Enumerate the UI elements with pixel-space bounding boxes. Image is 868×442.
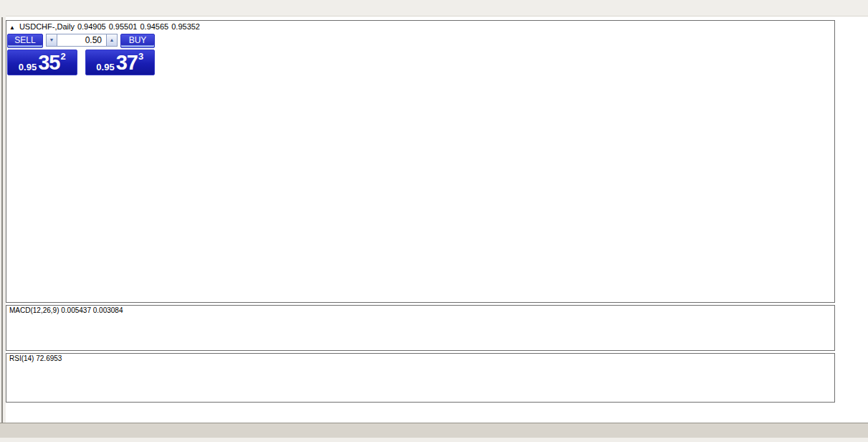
one-click-trading-panel: SELL ▼ 0.50 ▲ BUY 0.95 35 2 0.95 37 3 <box>7 34 155 75</box>
macd-chart <box>6 306 834 350</box>
buy-button[interactable]: BUY <box>120 34 155 48</box>
collapse-arrow-icon[interactable]: ▲ <box>9 24 15 31</box>
bid-price-button[interactable]: 0.95 35 2 <box>7 50 77 75</box>
volume-decrease-button[interactable]: ▼ <box>46 34 57 47</box>
ohlc-open: 0.94905 <box>77 22 106 31</box>
ask-price-prefix: 0.95 <box>96 62 114 72</box>
ask-price-pipette: 3 <box>138 51 143 62</box>
bid-price-prefix: 0.95 <box>19 62 37 72</box>
volume-input[interactable]: 0.50 <box>57 34 106 47</box>
chart-title: ▲USDCHF-,Daily0.949050.955010.945650.953… <box>9 22 203 31</box>
ohlc-high: 0.95501 <box>109 22 138 31</box>
timeframe-toolbar <box>0 0 868 17</box>
macd-label: MACD(12,26,9) 0.005437 0.003084 <box>9 306 123 314</box>
ask-price-big: 37 <box>116 53 138 72</box>
window-frame-line <box>1 17 3 423</box>
sell-button[interactable]: SELL <box>7 34 43 48</box>
bid-price-big: 35 <box>38 53 59 72</box>
symbol-label: USDCHF-,Daily <box>19 22 75 31</box>
rsi-label: RSI(14) 72.6953 <box>9 354 62 362</box>
ohlc-low: 0.94565 <box>140 22 168 31</box>
volume-increase-button[interactable]: ▲ <box>106 34 118 47</box>
bid-price-pipette: 2 <box>60 51 65 62</box>
bottom-strip <box>0 438 868 442</box>
rsi-chart <box>6 354 834 402</box>
ask-price-button[interactable]: 0.95 37 3 <box>85 50 156 75</box>
macd-pane[interactable] <box>6 305 835 351</box>
chart-tab-bar <box>0 423 868 438</box>
ohlc-close: 0.95352 <box>171 22 200 31</box>
rsi-pane[interactable] <box>6 353 835 403</box>
